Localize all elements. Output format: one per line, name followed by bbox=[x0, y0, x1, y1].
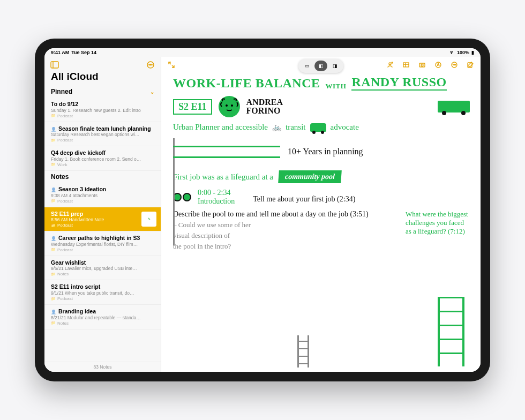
firstjob-text: First job was as a lifeguard at a bbox=[173, 172, 273, 182]
note-meta: 8/21/21 Modular and repeatable — standa… bbox=[51, 315, 154, 321]
battery-icon: ▮ bbox=[471, 50, 474, 55]
subtitle-text: advocate bbox=[331, 123, 359, 132]
multitask-slideover-icon[interactable]: ◨ bbox=[328, 61, 341, 71]
face-sketch-icon bbox=[219, 96, 240, 117]
markup-icon[interactable] bbox=[433, 60, 443, 70]
compose-icon[interactable] bbox=[466, 60, 475, 70]
expand-icon[interactable] bbox=[167, 60, 176, 70]
note-count: 83 Notes bbox=[44, 362, 161, 372]
note-item[interactable]: To do 9/12 Sunday 1. Research new guests… bbox=[44, 98, 161, 122]
notes-sidebar: All iCloud Pinned ⌄ To do 9/12 Sunday 1.… bbox=[44, 57, 161, 372]
note-folder: Podcast bbox=[51, 296, 154, 301]
note-meta: Wednesday Experimental florist, DIY film… bbox=[51, 242, 154, 248]
subtitle-text: transit bbox=[286, 123, 306, 132]
aside-text: visual description of bbox=[173, 231, 395, 240]
note-title: S2 E11 prep bbox=[51, 211, 154, 218]
wifi-icon: ᯤ bbox=[450, 50, 455, 55]
note-folder: Work bbox=[51, 162, 154, 167]
shared-icon bbox=[51, 125, 58, 132]
pool-badge: community pool bbox=[278, 170, 342, 183]
note-title: Branding idea bbox=[51, 308, 154, 315]
svg-point-15 bbox=[453, 64, 453, 65]
multitask-split-icon[interactable]: ◧ bbox=[314, 61, 327, 71]
note-item[interactable]: Season finale team lunch planning Saturd… bbox=[44, 122, 161, 147]
goggles-icon bbox=[173, 193, 192, 201]
note-meta: 8:56 AM Handwritten Note bbox=[51, 217, 154, 223]
note-title: To do 9/12 bbox=[51, 101, 154, 108]
svg-point-20 bbox=[231, 104, 233, 107]
svg-point-17 bbox=[455, 64, 456, 65]
svg-rect-0 bbox=[51, 62, 58, 68]
handwritten-content: WORK-LIFE BALANCE WITH RANDY RUSSO S2 E1… bbox=[161, 57, 481, 372]
pinned-section-header[interactable]: Pinned ⌄ bbox=[44, 86, 161, 98]
notes-section-header[interactable]: Notes bbox=[44, 171, 161, 183]
subtitle-text: Urban Planner and accessible bbox=[173, 123, 268, 132]
note-folder: Podcast bbox=[51, 248, 154, 252]
map-sketch-icon bbox=[173, 138, 280, 165]
aside-text: the pool in the intro? bbox=[173, 242, 395, 251]
camera-icon[interactable] bbox=[417, 60, 427, 70]
timecode: 0:00 - 2:34 bbox=[198, 189, 235, 197]
shared-icon bbox=[51, 308, 58, 314]
share-icon[interactable] bbox=[385, 60, 395, 70]
svg-point-19 bbox=[226, 104, 228, 107]
note-heading-with: WITH bbox=[326, 82, 347, 91]
note-title: S2 E11 intro script bbox=[51, 283, 154, 290]
ipad-frame: 9:41 AM Tue Sep 14 ᯤ 100% ▮ bbox=[35, 39, 490, 381]
note-item[interactable]: Q4 deep dive kickoff Friday 1. Book conf… bbox=[44, 146, 161, 171]
note-title: Season 3 ideation bbox=[51, 186, 154, 193]
note-item[interactable]: Career paths to highlight in S3 Wednesda… bbox=[44, 231, 161, 256]
note-meta: 9/1/21 When you take public transit, do… bbox=[51, 290, 154, 296]
note-heading-a: WORK-LIFE BALANCE bbox=[173, 76, 320, 91]
status-time: 9:41 AM bbox=[51, 50, 69, 55]
note-title: Career paths to highlight in S3 bbox=[51, 235, 154, 242]
episode-tag: S2 E11 bbox=[173, 99, 212, 115]
note-folder: Notes bbox=[51, 321, 154, 326]
note-thumbnail: ✎ bbox=[141, 212, 156, 227]
note-folder: Podcast bbox=[51, 114, 154, 118]
note-folder: Notes bbox=[51, 272, 154, 276]
status-bar: 9:41 AM Tue Sep 14 ᯤ 100% ▮ bbox=[44, 48, 481, 57]
sidebar-toggle-icon[interactable] bbox=[50, 60, 59, 70]
svg-rect-8 bbox=[403, 63, 409, 67]
svg-point-16 bbox=[454, 64, 454, 65]
svg-point-6 bbox=[389, 63, 391, 65]
note-item[interactable]: Gear wishlist 9/5/21 Lavalier mics, upgr… bbox=[44, 256, 161, 281]
svg-point-3 bbox=[149, 64, 149, 65]
more-options-icon[interactable] bbox=[146, 60, 155, 70]
note-meta: Saturday Research best vegan options wi… bbox=[51, 132, 154, 138]
table-icon[interactable] bbox=[401, 60, 411, 70]
svg-point-7 bbox=[392, 62, 393, 63]
question-text: Tell me about your first job (2:34) bbox=[253, 195, 355, 204]
shared-icon bbox=[51, 186, 58, 192]
question-text: Describe the pool to me and tell me abou… bbox=[173, 210, 395, 219]
note-canvas[interactable]: ▭ ◧ ◨ WORK-LIFE BALANCE WITH RANDY RUSSO… bbox=[161, 57, 481, 372]
svg-point-5 bbox=[152, 64, 152, 65]
aside-text: – Could we use some of her bbox=[173, 221, 395, 229]
battery-percent: 100% bbox=[457, 50, 469, 55]
note-item[interactable]: Season 3 ideation 9:38 AM 4 attachments … bbox=[44, 183, 161, 207]
years-text: 10+ Years in planning bbox=[288, 147, 363, 156]
note-heading-b: RANDY RUSSO bbox=[351, 75, 446, 91]
note-folder: Podcast bbox=[51, 199, 154, 204]
more-icon[interactable] bbox=[449, 60, 459, 70]
note-folder: Podcast bbox=[51, 223, 154, 228]
bike-icon: 🚲 bbox=[272, 123, 281, 132]
note-item[interactable]: Branding idea 8/21/21 Modular and repeat… bbox=[44, 305, 161, 329]
intro-label: Introduction bbox=[198, 197, 235, 206]
pinned-label: Pinned bbox=[51, 88, 72, 95]
note-meta: 9/5/21 Lavalier mics, upgraded USB inte… bbox=[51, 266, 154, 272]
lifeguard-chair-icon bbox=[432, 297, 470, 366]
multitask-full-icon[interactable]: ▭ bbox=[301, 61, 313, 71]
svg-point-4 bbox=[150, 64, 151, 65]
note-item[interactable]: S2 E11 intro script 9/1/21 When you take… bbox=[44, 280, 161, 305]
multitask-pill[interactable]: ▭ ◧ ◨ bbox=[298, 59, 343, 73]
shared-icon bbox=[51, 235, 58, 241]
notes-label: Notes bbox=[51, 173, 69, 181]
guest-name: ANDREA FORINO bbox=[246, 98, 283, 115]
note-item-selected[interactable]: S2 E11 prep 8:56 AM Handwritten Note Pod… bbox=[44, 207, 161, 232]
note-list: To do 9/12 Sunday 1. Research new guests… bbox=[44, 98, 161, 362]
note-folder: Podcast bbox=[51, 138, 154, 142]
car-sketch-icon bbox=[310, 123, 326, 132]
note-meta: 9:38 AM 4 attachments bbox=[51, 193, 154, 199]
